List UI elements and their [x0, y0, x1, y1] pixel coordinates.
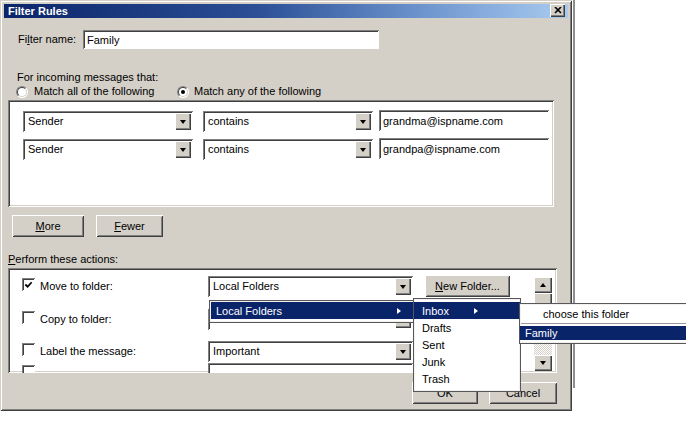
fewer-button-label: Fewer	[114, 220, 145, 232]
label-message-label[interactable]: Label the message:	[40, 345, 136, 357]
dropdown-button[interactable]	[175, 141, 191, 158]
chevron-down-icon	[180, 148, 186, 152]
filter-name-label: Filter name:	[18, 33, 76, 45]
menu-item-label: choose this folder	[543, 308, 629, 320]
scroll-up-button[interactable]	[534, 277, 552, 293]
conditions-panel: Sender contains Sender contains	[8, 100, 554, 207]
menu-item-inbox[interactable]: Inbox	[414, 302, 520, 319]
new-folder-button[interactable]: New Folder...	[425, 275, 510, 297]
label-value: Important	[213, 345, 259, 357]
move-to-folder-select[interactable]: Local Folders	[208, 276, 413, 297]
chevron-down-icon	[360, 148, 366, 152]
chevron-down-icon	[360, 120, 366, 124]
clipped-action-checkbox[interactable]	[22, 365, 35, 373]
arrow-up-icon	[540, 283, 546, 287]
radio-dot-icon	[181, 90, 185, 94]
condition-field-select-2[interactable]: Sender	[23, 139, 193, 160]
menu-item-trash[interactable]: Trash	[414, 370, 520, 387]
clipped-action-select[interactable]	[208, 363, 413, 373]
condition-verb-value: contains	[208, 115, 249, 127]
copy-to-folder-checkbox[interactable]	[22, 311, 35, 324]
menu-item-local-folders[interactable]: Local Folders	[211, 302, 415, 319]
menu-item-label: Local Folders	[216, 305, 282, 317]
copy-to-folder-label[interactable]: Copy to folder:	[40, 313, 112, 325]
folder-value: Local Folders	[213, 280, 279, 292]
arrow-down-icon	[540, 361, 546, 365]
condition-verb-select-1[interactable]: contains	[203, 111, 373, 132]
condition-verb-value: contains	[208, 143, 249, 155]
actions-heading: Perform these actions:	[8, 253, 118, 265]
dropdown-button[interactable]	[395, 343, 411, 360]
folder-picker-menu: Local Folders	[209, 300, 417, 323]
dropdown-button[interactable]	[355, 141, 371, 158]
match-any-radio[interactable]	[177, 86, 189, 98]
fewer-button[interactable]: Fewer	[96, 215, 163, 237]
chevron-down-icon	[400, 350, 406, 354]
menu-item-label: Drafts	[422, 322, 451, 334]
menu-item-label: Trash	[422, 373, 450, 385]
match-any-label[interactable]: Match any of the following	[194, 85, 321, 97]
move-to-folder-checkbox[interactable]	[22, 278, 35, 291]
condition-value-input-2[interactable]	[379, 138, 549, 159]
menu-item-drafts[interactable]: Drafts	[414, 319, 520, 336]
dialog-titlebar[interactable]: Filter Rules	[4, 4, 568, 18]
match-all-radio[interactable]	[16, 86, 28, 98]
condition-value-input-1[interactable]	[379, 110, 549, 131]
move-to-folder-label[interactable]: Move to folder:	[40, 280, 113, 292]
radio-ring	[17, 87, 27, 97]
chevron-down-icon	[180, 120, 186, 124]
menu-item-junk[interactable]: Junk	[414, 353, 520, 370]
condition-field-select-1[interactable]: Sender	[23, 111, 193, 132]
close-button[interactable]	[550, 4, 565, 17]
match-all-label[interactable]: Match all of the following	[34, 85, 154, 97]
new-folder-button-label: New Folder...	[435, 280, 500, 292]
scroll-down-button[interactable]	[534, 355, 552, 371]
conditions-heading: For incoming messages that:	[17, 71, 158, 83]
more-button[interactable]: More	[12, 215, 84, 237]
menu-item-label: Junk	[422, 356, 445, 368]
menu-item-label: Family	[525, 327, 557, 339]
more-button-label: More	[35, 220, 60, 232]
condition-field-value: Sender	[28, 143, 63, 155]
local-folders-submenu: Inbox Drafts Sent Junk Trash	[413, 298, 521, 392]
chevron-down-icon	[400, 285, 406, 289]
submenu-arrow-icon	[397, 308, 401, 314]
label-message-checkbox[interactable]	[22, 343, 35, 356]
screen: Filter Rules Filter name: For incoming m…	[0, 0, 686, 422]
menu-item-sent[interactable]: Sent	[414, 336, 520, 353]
label-message-select[interactable]: Important	[208, 341, 413, 362]
menu-item-label: Sent	[422, 339, 445, 351]
dropdown-button[interactable]	[355, 113, 371, 130]
menu-item-label: Inbox	[422, 305, 449, 317]
condition-field-value: Sender	[28, 115, 63, 127]
menu-separator	[521, 323, 686, 325]
dropdown-button[interactable]	[395, 278, 411, 295]
checkmark-icon	[24, 280, 33, 289]
menu-item-family[interactable]: Family	[520, 326, 686, 340]
dialog-title: Filter Rules	[4, 5, 68, 17]
menu-item-choose-this-folder[interactable]: choose this folder	[520, 305, 686, 322]
submenu-arrow-icon	[474, 308, 478, 314]
inbox-submenu: choose this folder Family	[519, 303, 686, 344]
dropdown-button[interactable]	[175, 113, 191, 130]
close-icon	[554, 7, 562, 14]
filter-name-input[interactable]	[83, 30, 379, 49]
condition-verb-select-2[interactable]: contains	[203, 139, 373, 160]
